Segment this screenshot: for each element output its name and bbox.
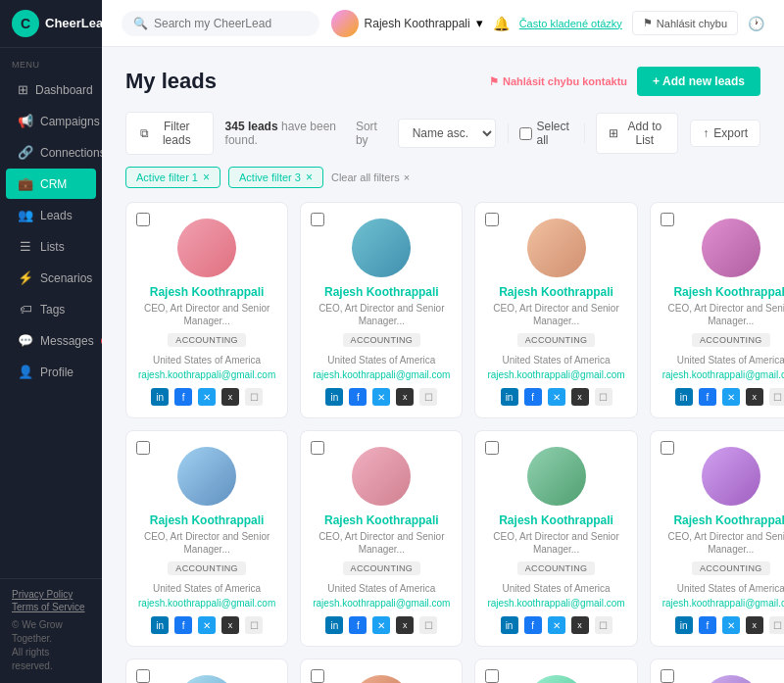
- facebook-icon[interactable]: f: [349, 616, 367, 634]
- select-all-input[interactable]: [519, 127, 532, 140]
- lead-checkbox-5[interactable]: [136, 441, 150, 455]
- linkedin-icon[interactable]: in: [151, 616, 169, 634]
- facebook-icon[interactable]: f: [174, 616, 192, 634]
- xing-icon[interactable]: x: [746, 388, 763, 406]
- linkedin-icon[interactable]: in: [501, 388, 518, 406]
- remove-filter-1-icon[interactable]: ×: [203, 171, 210, 184]
- twitter-icon[interactable]: ✕: [198, 388, 216, 406]
- clear-all-filters-button[interactable]: Clear all filters ×: [331, 171, 410, 183]
- xing-icon[interactable]: x: [396, 388, 414, 406]
- sidebar-item-messages[interactable]: 💬Messages12: [6, 325, 96, 356]
- sidebar-item-dashboard[interactable]: ⊞Dashboard: [6, 74, 96, 105]
- twitter-icon[interactable]: ✕: [722, 616, 740, 634]
- twitter-icon[interactable]: ✕: [548, 388, 565, 406]
- lead-checkbox-7[interactable]: [485, 441, 499, 455]
- lead-name-6[interactable]: Rajesh Koothrappali: [324, 513, 439, 527]
- xing-icon[interactable]: x: [221, 388, 239, 406]
- facebook-icon[interactable]: f: [349, 388, 367, 406]
- lead-email-5[interactable]: rajesh.koothrappali@gmail.com: [138, 598, 275, 609]
- search-input[interactable]: [154, 17, 308, 30]
- lead-name-1[interactable]: Rajesh Koothrappali: [324, 285, 439, 299]
- linkedin-icon[interactable]: in: [501, 616, 518, 634]
- twitter-icon[interactable]: ✕: [198, 616, 216, 634]
- facebook-icon[interactable]: f: [699, 388, 716, 406]
- bell-icon[interactable]: 🔔: [493, 16, 510, 31]
- terms-link[interactable]: Terms of Service: [12, 602, 90, 612]
- sidebar-item-tags[interactable]: 🏷Tags: [6, 294, 96, 324]
- sidebar-item-campaigns[interactable]: 📢Campaigns: [6, 106, 96, 136]
- sidebar-item-crm[interactable]: 💼CRM: [6, 169, 96, 199]
- twitter-icon[interactable]: ✕: [372, 388, 390, 406]
- lead-name-8[interactable]: Rajesh Koothrappali: [673, 513, 784, 527]
- facebook-icon[interactable]: f: [524, 616, 542, 634]
- file-icon[interactable]: ☐: [245, 616, 263, 634]
- twitter-icon[interactable]: ✕: [548, 616, 565, 634]
- file-icon[interactable]: ☐: [419, 616, 437, 634]
- lead-checkbox-1[interactable]: [311, 213, 324, 226]
- lead-checkbox-6[interactable]: [311, 441, 324, 455]
- clock-icon[interactable]: 🕐: [748, 16, 764, 31]
- filter-leads-button[interactable]: ⧉ Filter leads: [125, 112, 214, 155]
- lead-checkbox-3[interactable]: [661, 213, 674, 226]
- sidebar-item-profile[interactable]: 👤Profile: [6, 357, 96, 387]
- xing-icon[interactable]: x: [746, 616, 763, 634]
- lead-email-7[interactable]: rajesh.koothrappali@gmail.com: [487, 598, 624, 609]
- lead-checkbox-0[interactable]: [136, 213, 150, 226]
- facebook-icon[interactable]: f: [699, 616, 716, 634]
- facebook-icon[interactable]: f: [524, 388, 542, 406]
- sidebar-item-connections[interactable]: 🔗Connections: [6, 137, 96, 168]
- file-icon[interactable]: ☐: [245, 388, 263, 406]
- lead-checkbox-12[interactable]: [485, 669, 499, 683]
- select-all-checkbox[interactable]: Select all: [519, 120, 571, 147]
- add-to-list-button[interactable]: ⊞ Add to List: [596, 113, 678, 154]
- lead-email-6[interactable]: rajesh.koothrappali@gmail.com: [313, 598, 450, 609]
- file-icon[interactable]: ☐: [595, 616, 612, 634]
- lead-email-0[interactable]: rajesh.koothrappali@gmail.com: [138, 369, 275, 380]
- privacy-link[interactable]: Privacy Policy: [12, 589, 90, 600]
- lead-checkbox-13[interactable]: [661, 669, 674, 683]
- lead-email-8[interactable]: rajesh.koothrappali@gmail.com: [662, 598, 784, 609]
- export-button[interactable]: ↑ Export: [690, 120, 760, 147]
- xing-icon[interactable]: x: [396, 616, 414, 634]
- filter-tag-2[interactable]: Active filter 3 ×: [228, 167, 323, 188]
- sidebar-item-lists[interactable]: ☰Lists: [6, 231, 96, 262]
- sidebar-item-leads[interactable]: 👥Leads: [6, 200, 96, 230]
- lead-name-0[interactable]: Rajesh Koothrappali: [150, 285, 265, 299]
- facebook-icon[interactable]: f: [174, 388, 192, 406]
- lead-name-5[interactable]: Rajesh Koothrappali: [150, 513, 265, 527]
- lead-checkbox-2[interactable]: [485, 213, 499, 226]
- user-info[interactable]: Rajesh Koothrappali ▾: [331, 10, 483, 37]
- twitter-icon[interactable]: ✕: [722, 388, 740, 406]
- file-icon[interactable]: ☐: [769, 616, 784, 634]
- xing-icon[interactable]: x: [571, 388, 589, 406]
- xing-icon[interactable]: x: [571, 616, 589, 634]
- lead-email-1[interactable]: rajesh.koothrappali@gmail.com: [313, 369, 450, 380]
- linkedin-icon[interactable]: in: [675, 388, 693, 406]
- lead-name-3[interactable]: Rajesh Koothrappali: [673, 285, 784, 299]
- file-icon[interactable]: ☐: [769, 388, 784, 406]
- xing-icon[interactable]: x: [221, 616, 239, 634]
- remove-filter-2-icon[interactable]: ×: [306, 171, 313, 184]
- linkedin-icon[interactable]: in: [151, 388, 169, 406]
- lead-checkbox-11[interactable]: [311, 669, 324, 683]
- report-error-button[interactable]: ⚑ Nahlásit chybu: [632, 11, 738, 35]
- report-contact-link[interactable]: ⚑ Nahlásit chybu kontaktu: [489, 75, 627, 88]
- add-new-leads-button[interactable]: + Add new leads: [637, 67, 760, 96]
- faq-link[interactable]: Často kladené otázky: [519, 18, 622, 29]
- linkedin-icon[interactable]: in: [325, 388, 343, 406]
- file-icon[interactable]: ☐: [595, 388, 612, 406]
- flag-icon: ⚑: [643, 17, 653, 29]
- lead-email-2[interactable]: rajesh.koothrappali@gmail.com: [487, 369, 624, 380]
- lead-name-2[interactable]: Rajesh Koothrappali: [499, 285, 613, 299]
- twitter-icon[interactable]: ✕: [372, 616, 390, 634]
- linkedin-icon[interactable]: in: [325, 616, 343, 634]
- lead-name-7[interactable]: Rajesh Koothrappali: [499, 513, 613, 527]
- lead-email-3[interactable]: rajesh.koothrappali@gmail.com: [662, 369, 784, 380]
- filter-tag-1[interactable]: Active filter 1 ×: [125, 167, 220, 188]
- lead-checkbox-10[interactable]: [136, 669, 150, 683]
- lead-checkbox-8[interactable]: [661, 441, 674, 455]
- sidebar-item-scenarios[interactable]: ⚡Scenarios: [6, 263, 96, 293]
- sort-select[interactable]: Name asc.: [398, 119, 496, 148]
- linkedin-icon[interactable]: in: [675, 616, 693, 634]
- file-icon[interactable]: ☐: [419, 388, 437, 406]
